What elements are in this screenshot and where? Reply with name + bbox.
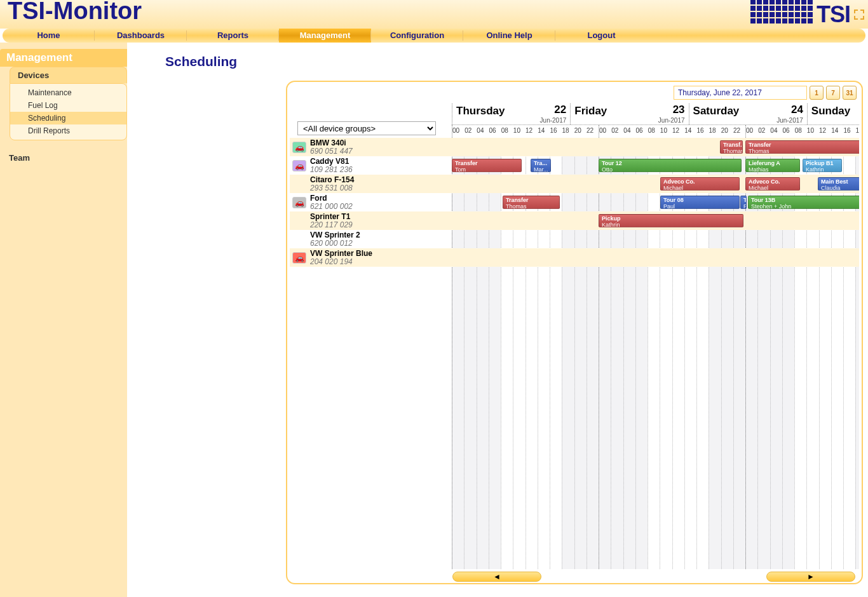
sidebar-item-drill-reports[interactable]: Drill Reports [10,124,126,137]
gantt-row[interactable] [452,230,859,248]
hour-label: 22 [733,125,745,138]
section-title: Management [0,49,127,67]
hour-label: 02 [758,125,770,138]
gantt-row[interactable] [452,248,859,267]
schedule-task[interactable]: TransferThomas [503,196,560,209]
hour-label: 06 [489,125,501,138]
nav-dashboards[interactable]: Dashboards [95,29,187,43]
vehicle-icon [292,215,306,227]
day-header: Saturday24Jun-2017 [689,104,807,124]
sidebar-item-maintenance[interactable]: Maintenance [10,86,126,99]
scroll-left-button[interactable]: ◄ [452,572,541,582]
nav-online-help[interactable]: Online Help [463,29,555,43]
device-label: BMW 340i690 051 447 [310,139,353,156]
hour-label: 06 [783,125,795,138]
hour-label: 12 [819,125,831,138]
schedule-task[interactable]: Tour 08Paul [660,196,740,209]
hour-label: 00 [452,125,465,138]
hour-label: 04 [477,125,489,138]
logo-text: TSI [817,1,850,28]
page-title: Scheduling [165,54,868,69]
sidebar-item-fuel-log[interactable]: Fuel Log [10,99,126,112]
hour-label: 08 [795,125,807,138]
hour-label: 14 [538,125,550,138]
view-week-button[interactable]: 7 [826,86,840,100]
device-row[interactable]: Citaro F-154293 531 008 [290,175,452,193]
nav-configuration[interactable]: Configuration [371,29,463,43]
nav-management[interactable]: Management [279,29,371,43]
hour-label: 20 [574,125,587,138]
device-row[interactable]: 🚗VW Sprinter Blue204 020 194 [290,248,452,267]
vehicle-icon [292,234,306,245]
hour-label: 16 [696,125,709,138]
schedule-task[interactable]: Tour 12Otto [599,159,742,172]
schedule-task[interactable]: Adveco Co.Michael [660,177,740,191]
view-day-button[interactable]: 1 [810,86,824,100]
day-header: Friday23Jun-2017 [570,104,688,124]
scroll-right-button[interactable]: ► [766,572,855,582]
schedule-task[interactable]: Adveco Co.Michael [745,177,800,191]
vehicle-icon: 🚗 [292,197,306,208]
date-input[interactable] [674,86,807,100]
schedule-task[interactable]: Tour 13BStephen + John [748,196,859,209]
schedule-task[interactable]: PickupKathrin [599,214,743,227]
hour-label: 10 [660,125,672,138]
schedule-task[interactable]: TP. [740,196,747,209]
hour-label: 06 [636,125,648,138]
hour-label: 10 [513,125,526,138]
schedule-task[interactable]: TransferThomas [745,140,859,154]
device-label: Caddy V81109 281 236 [310,158,353,174]
device-label: Ford621 000 002 [310,194,353,211]
hour-label: 10 [807,125,819,138]
hour-label: 02 [465,125,477,138]
view-month-button[interactable]: 31 [843,86,857,100]
nav-home[interactable]: Home [3,29,95,43]
schedule-task[interactable]: Transf...Thomas [720,140,743,154]
vehicle-icon: 🚗 [292,142,306,153]
header-logo: TSI [684,0,868,29]
device-row[interactable]: Sprinter T1220 117 029 [290,211,452,230]
hour-label: 18 [562,125,574,138]
hour-label: 22 [587,125,599,138]
device-label: Citaro F-154293 531 008 [310,176,354,192]
hour-label: 04 [623,125,635,138]
logo-dots-icon [750,0,813,30]
hour-label: 16 [843,125,855,138]
nav-reports[interactable]: Reports [187,29,279,43]
day-header: Sunday [807,104,859,124]
device-row[interactable]: VW Sprinter 2620 000 012 [290,230,452,248]
device-row[interactable]: 🚗BMW 340i690 051 447 [290,138,452,156]
schedule-task[interactable]: TransferTom [452,159,522,172]
device-label: VW Sprinter Blue204 020 194 [310,250,372,266]
hour-label: 04 [770,125,782,138]
hour-label: 18 [856,125,859,138]
schedule-task[interactable]: Lieferung AMathias [745,159,800,172]
device-row[interactable]: 🚗Ford621 000 002 [290,193,452,211]
device-label: Sprinter T1220 117 029 [310,213,353,229]
nav-logout[interactable]: Logout [555,29,648,43]
hour-label: 00 [599,125,611,138]
schedule-task[interactable]: Tra...Mar... [531,159,551,172]
device-row[interactable]: 🚗Caddy V81109 281 236 [290,156,452,175]
hour-label: 16 [550,125,562,138]
vehicle-icon: 🚗 [292,160,306,171]
schedule-task[interactable]: Pickup B1Kathrin [803,159,842,172]
hour-label: 20 [721,125,733,138]
hour-label: 14 [831,125,843,138]
schedule-task[interactable]: Main BestClaudia [818,177,859,191]
fullscreen-icon[interactable] [854,10,864,20]
hour-label: 08 [648,125,660,138]
sidebar-subitems: MaintenanceFuel LogSchedulingDrill Repor… [10,83,127,140]
sidebar-item-scheduling[interactable]: Scheduling [10,112,126,124]
hour-label: 02 [611,125,623,138]
sidebar-team[interactable]: Team [0,147,127,169]
timeline[interactable]: Thursday22Jun-2017Friday23Jun-2017Saturd… [452,104,859,569]
device-group-select[interactable]: <All device groups> [297,121,436,135]
category-devices[interactable]: Devices [10,67,127,83]
hour-label: 14 [684,125,696,138]
top-nav: HomeDashboardsReportsManagementConfigura… [3,29,865,43]
hour-label: 18 [709,125,721,138]
hour-label: 12 [526,125,538,138]
device-label: VW Sprinter 2620 000 012 [310,231,360,248]
hour-label: 08 [501,125,513,138]
